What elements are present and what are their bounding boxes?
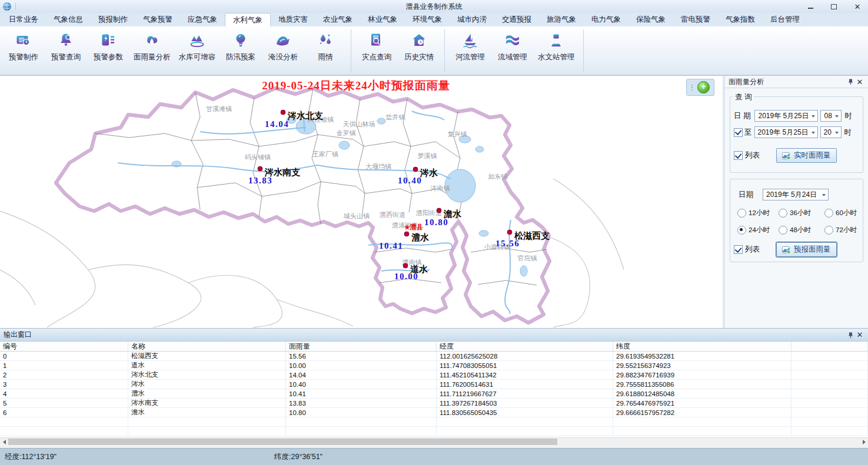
menu-item-预报制作[interactable]: 预报制作 bbox=[91, 13, 135, 26]
menu-item-地质灾害[interactable]: 地质灾害 bbox=[271, 13, 315, 26]
duration-radio-72小时[interactable]: 72小时 bbox=[824, 226, 863, 235]
toolbar-button-灾点查询[interactable]: 灾点查询 bbox=[355, 26, 398, 75]
station-marker-澧水[interactable] bbox=[404, 232, 409, 236]
add-layer-button[interactable]: + bbox=[697, 81, 710, 93]
menu-item-交通预报[interactable]: 交通预报 bbox=[494, 13, 539, 26]
menu-item-应急气象[interactable]: 应急气象 bbox=[180, 13, 225, 26]
map-view[interactable]: 甘溪滩镇火连坡镇天供山林场金罗镇盐井镇复兴镇码头铺镇王家厂镇大堰垱镇梦溪镇涔南镇… bbox=[0, 76, 723, 328]
minimize-button[interactable] bbox=[806, 2, 815, 11]
forecast-groupbox: 日期 2019年 5月24日 12小时36小时60小时24小时48小时72小时 … bbox=[730, 179, 863, 262]
menu-item-保险气象[interactable]: 保险气象 bbox=[628, 13, 673, 26]
cell bbox=[791, 408, 868, 417]
toolbar-button-面雨量分析[interactable]: 面雨量分析 bbox=[129, 26, 175, 75]
menu-item-气象预警[interactable]: 气象预警 bbox=[135, 13, 180, 26]
start-hour-dropdown[interactable]: 08 bbox=[820, 110, 842, 122]
list-checkbox[interactable] bbox=[734, 151, 743, 160]
menu-item-农业气象[interactable]: 农业气象 bbox=[315, 13, 360, 26]
end-date-dropdown[interactable]: 2019年 5月25日 bbox=[754, 126, 818, 138]
output-pin-button[interactable] bbox=[846, 330, 855, 340]
menu-item-气象指数[interactable]: 气象指数 bbox=[718, 13, 763, 26]
output-header: 输出窗口 ✕ bbox=[0, 329, 868, 342]
station-marker-涔水北支[interactable] bbox=[281, 110, 285, 115]
cell: 10.40 bbox=[286, 380, 437, 389]
scroll-left-button[interactable] bbox=[0, 438, 8, 446]
menu-bar: 日常业务气象信息预报制作气象预警应急气象水利气象地质灾害农业气象林业气象环境气象… bbox=[0, 13, 868, 26]
chevron-down-icon bbox=[835, 132, 839, 134]
toolbar-button-历史灾情[interactable]: 历史灾情 bbox=[398, 26, 440, 75]
forecast-date-dropdown[interactable]: 2019年 5月24日 bbox=[763, 189, 829, 200]
to-date-checkbox[interactable] bbox=[734, 128, 743, 137]
station-marker-澹水[interactable] bbox=[437, 208, 441, 213]
horizontal-scrollbar[interactable] bbox=[0, 437, 868, 446]
column-header-经度[interactable]: 经度 bbox=[437, 342, 613, 352]
menu-item-水利气象[interactable]: 水利气象 bbox=[225, 13, 271, 26]
county-label: 澧县 bbox=[410, 223, 424, 230]
menu-item-雷电预警[interactable]: 雷电预警 bbox=[673, 13, 718, 26]
toolbar-button-河流管理[interactable]: 河流管理 bbox=[449, 26, 491, 75]
table-row-涔水[interactable]: 3涔水10.40111.7620051463129.7555811355086 bbox=[0, 380, 868, 389]
scrollbar-thumb[interactable] bbox=[8, 439, 557, 445]
table-row-empty bbox=[0, 427, 868, 436]
query-group-label: 查 询 bbox=[733, 92, 754, 102]
station-marker-涔水南支[interactable] bbox=[258, 166, 262, 171]
end-hour-dropdown[interactable]: 20 bbox=[820, 126, 842, 138]
table-row-道水[interactable]: 1道水10.00111.74708305505129.552156374923 bbox=[0, 361, 868, 370]
menu-item-日常业务[interactable]: 日常业务 bbox=[1, 13, 46, 26]
column-header-纬度[interactable]: 纬度 bbox=[613, 342, 791, 352]
toolbar-button-防汛预案[interactable]: 防汛预案 bbox=[220, 26, 262, 75]
chevron-down-icon bbox=[812, 132, 815, 134]
application-window: 澧县业务制作系统 ✕ 日常业务气象信息预报制作气象预警应急气象水利气象地质灾害农… bbox=[0, 0, 868, 465]
column-header-面雨量[interactable]: 面雨量 bbox=[286, 342, 437, 352]
toolbar-button-水文站管理[interactable]: 水文站管理 bbox=[534, 26, 579, 75]
table-row-涔水南支[interactable]: 5涔水南支13.83111.39726718450329.76544769759… bbox=[0, 399, 868, 408]
pin-icon bbox=[847, 332, 854, 339]
pin-button[interactable] bbox=[846, 77, 855, 86]
duration-radio-48小时[interactable]: 48小时 bbox=[779, 226, 824, 235]
duration-radio-60小时[interactable]: 60小时 bbox=[824, 209, 863, 218]
station-marker-道水[interactable] bbox=[403, 263, 408, 268]
table-row-松滋西支[interactable]: 0松滋西支15.56112.00162562502829.61935495322… bbox=[0, 352, 868, 361]
radio-icon bbox=[737, 209, 746, 218]
realtime-rainfall-button[interactable]: 实时面雨量 bbox=[776, 148, 837, 163]
start-date-dropdown[interactable]: 2019年 5月25日 bbox=[754, 110, 818, 122]
panel-close-button[interactable]: ✕ bbox=[855, 77, 864, 86]
toolbar-button-流域管理[interactable]: 流域管理 bbox=[491, 26, 534, 75]
reservoir-icon bbox=[188, 32, 206, 49]
column-header-编号[interactable]: 编号 bbox=[0, 342, 128, 352]
cell: 10.00 bbox=[286, 361, 437, 370]
menu-item-林业气象[interactable]: 林业气象 bbox=[360, 13, 405, 26]
close-button[interactable]: ✕ bbox=[853, 2, 862, 11]
toolbar-button-雨情[interactable]: 雨情 bbox=[304, 26, 347, 75]
toolbar-label: 防汛预案 bbox=[226, 52, 255, 62]
rainfall-analysis-panel: 面雨量分析 ✕ 查 询 日 期 2019年 5月25日 bbox=[725, 76, 868, 328]
forecast-rainfall-button[interactable]: 预报面雨量 bbox=[776, 242, 837, 257]
table-row-涔水北支[interactable]: 2涔水北支14.04111.45210541134229.88234767169… bbox=[0, 370, 868, 380]
forecast-list-checkbox[interactable] bbox=[734, 245, 743, 254]
maximize-icon bbox=[831, 4, 837, 9]
toolbar-button-水库可增容[interactable]: 水库可增容 bbox=[175, 26, 220, 75]
menu-item-城市内涝[interactable]: 城市内涝 bbox=[450, 13, 494, 26]
duration-radio-24小时[interactable]: 24小时 bbox=[737, 226, 779, 235]
table-row-澧水[interactable]: 4澧水10.41111.71121966762729.6188012485048 bbox=[0, 389, 868, 399]
town-label-甘溪滩镇: 甘溪滩镇 bbox=[206, 105, 232, 112]
table-row-澹水[interactable]: 6澹水10.80111.83056505043529.6666157957282 bbox=[0, 408, 868, 417]
menu-item-旅游气象[interactable]: 旅游气象 bbox=[539, 13, 584, 26]
toolbar-button-预警参数[interactable]: 预警参数 bbox=[87, 26, 129, 75]
menu-item-环境气象[interactable]: 环境气象 bbox=[405, 13, 450, 26]
maximize-button[interactable] bbox=[829, 2, 839, 11]
duration-radio-12小时[interactable]: 12小时 bbox=[737, 209, 779, 218]
station-marker-松滋西支[interactable] bbox=[507, 230, 512, 235]
toolbar-button-预警查询[interactable]: 预警查询 bbox=[45, 26, 87, 75]
drag-grip-icon[interactable] bbox=[689, 85, 695, 91]
menu-item-气象信息[interactable]: 气象信息 bbox=[46, 13, 91, 26]
menu-item-电力气象[interactable]: 电力气象 bbox=[584, 13, 628, 26]
toolbar-button-淹没分析[interactable]: 淹没分析 bbox=[262, 26, 304, 75]
output-close-button[interactable]: ✕ bbox=[855, 330, 864, 340]
cell: 14.04 bbox=[286, 370, 437, 380]
menu-item-后台管理[interactable]: 后台管理 bbox=[763, 13, 807, 26]
column-header-名称[interactable]: 名称 bbox=[128, 342, 286, 352]
duration-radio-36小时[interactable]: 36小时 bbox=[779, 209, 824, 218]
scroll-right-button[interactable] bbox=[860, 438, 868, 446]
station-marker-涔水[interactable] bbox=[413, 167, 418, 172]
toolbar-button-预警制作[interactable]: 预警制作 bbox=[2, 26, 45, 75]
